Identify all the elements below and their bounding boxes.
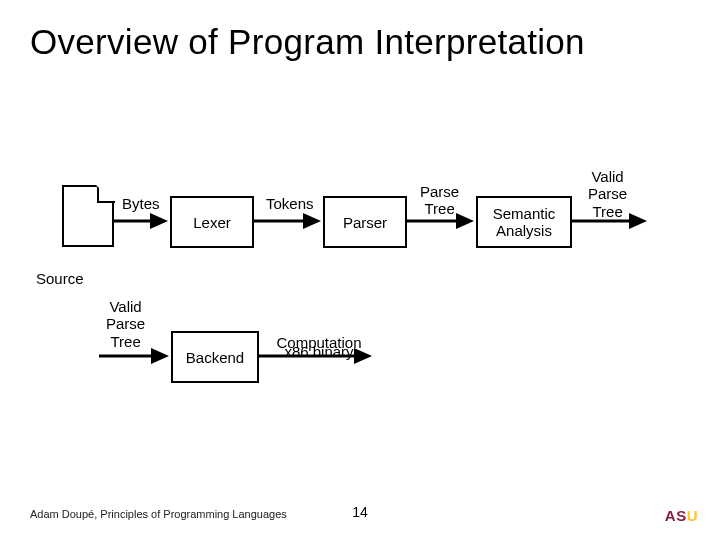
arrow-bytes-head [150,213,168,229]
arrow-vpt-2-head [151,348,169,364]
bytes-label: Bytes [122,195,160,212]
arrow-parse-tree-head [456,213,474,229]
slide-number: 14 [0,504,720,520]
valid-parse-tree-label: Valid Parse Tree [588,168,627,220]
parser-box: Parser [323,196,407,248]
source-label: Source [36,270,84,287]
arrow-valid-parse-tree-head [629,213,647,229]
valid-parse-tree-label-2: Valid Parse Tree [106,298,145,350]
backend-box: Backend [171,331,259,383]
asu-logo: ASU [665,507,698,524]
source-file-icon [62,185,114,247]
tokens-label: Tokens [266,195,314,212]
logo-a: A [665,507,676,524]
semantic-analysis-box: Semantic Analysis [476,196,572,248]
logo-s: S [676,507,687,524]
lexer-box: Lexer [170,196,254,248]
slide-title: Overview of Program Interpretation [30,22,585,62]
arrow-tokens-head [303,213,321,229]
arrow-output-head [354,348,372,364]
logo-u: U [687,507,698,524]
